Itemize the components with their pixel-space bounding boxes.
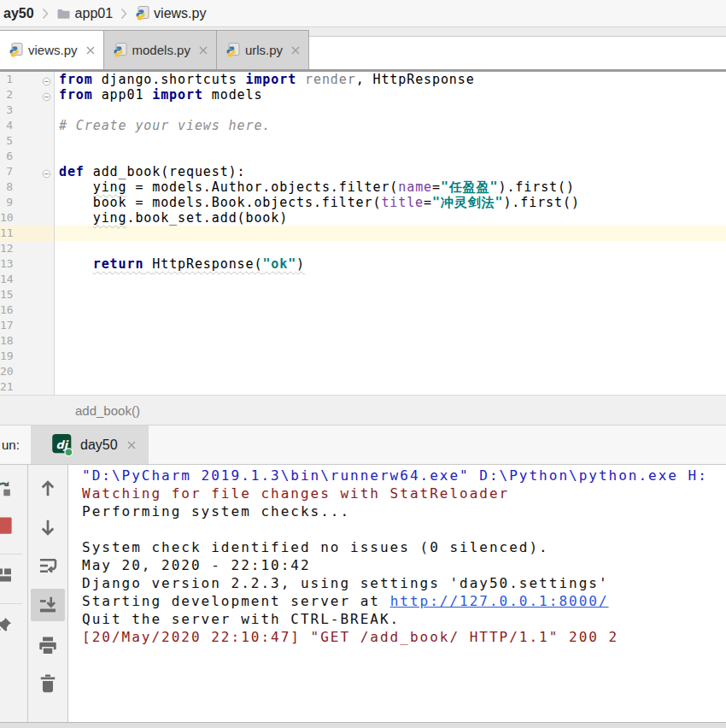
line-number[interactable]: 14 [0,272,13,287]
code-line[interactable]: 9 book = models.Book.objects.filter(titl… [0,195,726,210]
restore-layout-button[interactable] [0,565,14,585]
line-number[interactable]: 11 [0,226,13,241]
gutter[interactable]: 2 [0,87,55,103]
code-line[interactable]: 14 [0,272,726,287]
gutter[interactable]: 1 [0,72,55,87]
gutter[interactable]: 19 [0,349,55,364]
gutter[interactable]: 14 [0,272,55,287]
line-number[interactable]: 15 [0,287,13,302]
code-line[interactable]: 8 ying = models.Author.objects.filter(na… [0,179,726,195]
code-line[interactable]: 16 [0,302,726,318]
code-line[interactable]: 17 [0,318,726,333]
pin-button[interactable] [0,615,14,636]
line-number[interactable]: 7 [0,164,13,179]
run-console: "D:\PyCharm 2019.1.3\bin\runnerw64.exe" … [0,464,726,722]
python-file-icon [9,43,23,57]
scroll-to-end-button[interactable] [31,589,65,621]
tab-views.py[interactable]: views.py [0,30,104,69]
rerun-button[interactable] [0,478,14,499]
run-tab-day50[interactable]: dj day50 [31,426,149,464]
code-line[interactable]: 15 [0,287,726,302]
gutter[interactable]: 8 [0,179,55,195]
code-line[interactable]: 3 [0,103,726,118]
gutter[interactable]: 13 [0,256,55,272]
tab-urls.py[interactable]: urls.py [216,30,309,69]
line-number[interactable]: 21 [0,379,13,395]
function-breadcrumb[interactable]: add_book() [75,403,140,418]
gutter[interactable]: 7 [0,164,55,179]
console-line: Performing system checks... [82,502,726,520]
line-number[interactable]: 20 [0,364,13,379]
console-line [82,520,726,538]
gutter[interactable]: 16 [0,302,55,318]
run-tool-strip: un: dj day50 [0,426,726,464]
up-arrow-button[interactable] [38,478,58,499]
editor-tabs: views.pymodels.pyurls.py [0,30,309,69]
line-number[interactable]: 17 [0,318,13,333]
code-line[interactable]: 5 [0,133,726,149]
breadcrumb-item-app01[interactable]: app01 [55,6,115,21]
gutter[interactable]: 6 [0,149,55,164]
tab-models.py[interactable]: models.py [103,30,217,69]
gutter[interactable]: 10 [0,210,55,226]
gutter[interactable]: 20 [0,364,55,379]
gutter[interactable]: 12 [0,241,55,256]
gutter[interactable]: 5 [0,133,55,149]
breadcrumb-item-ay50[interactable]: ay50 [2,6,36,21]
console-line: "D:\PyCharm 2019.1.3\bin\runnerw64.exe" … [82,467,726,484]
stop-button[interactable] [0,515,14,536]
close-icon[interactable] [85,45,96,56]
printer-button[interactable] [38,636,58,656]
code-line[interactable]: 4# Create your views here. [0,118,726,133]
editor-tab-strip: views.pymodels.pyurls.py [0,27,726,69]
gutter[interactable]: 11 [0,226,55,241]
line-number[interactable]: 5 [0,133,13,149]
breadcrumb-item-views.py[interactable]: views.py [133,6,208,21]
soft-wrap-button[interactable] [38,555,58,576]
code-line[interactable]: 18 [0,333,726,349]
line-number[interactable]: 9 [0,195,13,210]
close-icon[interactable] [198,45,208,56]
editor-code[interactable]: 1from django.shortcuts import render, Ht… [0,72,726,395]
gutter[interactable]: 21 [0,379,55,395]
down-arrow-button[interactable] [38,517,58,537]
code-line[interactable]: 11 [0,226,726,241]
line-number[interactable]: 4 [0,118,13,133]
line-number[interactable]: 3 [0,103,13,118]
line-number[interactable]: 16 [0,302,13,318]
code-line[interactable]: 12 [0,241,726,256]
line-number[interactable]: 2 [0,87,13,103]
code-line[interactable]: 2from app01 import models [0,87,726,103]
python-file-icon [225,43,240,57]
line-number[interactable]: 10 [0,210,13,226]
trash-button[interactable] [38,673,58,694]
code-line[interactable]: 7def add_book(request): [0,164,726,179]
line-number[interactable]: 12 [0,241,13,256]
line-number[interactable]: 18 [0,333,13,349]
line-number[interactable]: 19 [0,349,13,364]
close-icon[interactable] [290,45,301,56]
code-line[interactable]: 19 [0,349,726,364]
line-number[interactable]: 8 [0,179,13,195]
code-line[interactable]: 21 [0,379,726,395]
code-line[interactable]: 10 ying.book_set.add(book) [0,210,726,226]
line-number[interactable]: 6 [0,149,13,164]
code-line[interactable]: 20 [0,364,726,379]
console-output[interactable]: "D:\PyCharm 2019.1.3\bin\runnerw64.exe" … [68,465,726,722]
console-line: [20/May/2020 22:10:47] "GET /add_book/ H… [82,628,726,646]
gutter[interactable]: 9 [0,195,55,210]
server-url-link[interactable]: http://127.0.0.1:8000/ [390,593,609,609]
window-bottom-edge [0,722,726,728]
code-line[interactable]: 6 [0,149,726,164]
line-number[interactable]: 1 [0,72,13,87]
gutter[interactable]: 17 [0,318,55,333]
gutter[interactable]: 15 [0,287,55,302]
code-line[interactable]: 1from django.shortcuts import render, Ht… [0,72,726,87]
close-icon[interactable] [126,440,137,450]
gutter[interactable]: 3 [0,103,55,118]
gutter[interactable]: 4 [0,118,55,133]
gutter[interactable]: 18 [0,333,55,349]
line-number[interactable]: 13 [0,256,13,272]
code-line[interactable]: 13 return HttpResponse("ok") [0,256,726,272]
console-text: Django version 2.2.3, using settings 'da… [82,575,609,591]
